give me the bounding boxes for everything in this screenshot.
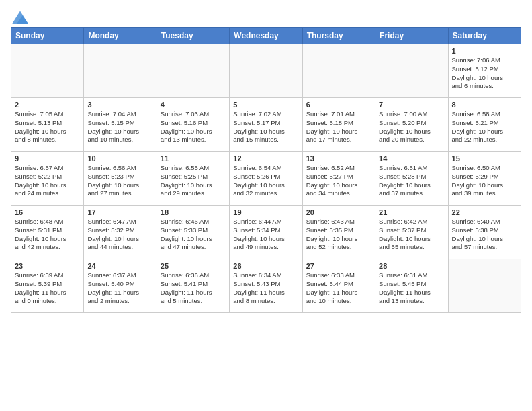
day-number: 10 <box>87 154 152 163</box>
day-number: 19 <box>233 208 298 216</box>
calendar-header-tuesday: Tuesday <box>157 28 229 44</box>
calendar-cell: 23Sunrise: 6:39 AM Sunset: 5:39 PM Dayli… <box>11 259 84 313</box>
calendar-table: SundayMondayTuesdayWednesdayThursdayFrid… <box>11 27 521 313</box>
calendar-cell: 12Sunrise: 6:54 AM Sunset: 5:26 PM Dayli… <box>230 152 302 205</box>
calendar-week-0: 1Sunrise: 7:06 AM Sunset: 5:12 PM Daylig… <box>11 44 521 98</box>
header <box>11 11 521 21</box>
day-number: 24 <box>87 262 152 270</box>
calendar-cell: 22Sunrise: 6:40 AM Sunset: 5:38 PM Dayli… <box>448 205 521 259</box>
calendar-cell: 18Sunrise: 6:46 AM Sunset: 5:33 PM Dayli… <box>157 205 229 259</box>
calendar-cell: 6Sunrise: 7:01 AM Sunset: 5:18 PM Daylig… <box>302 98 375 152</box>
day-info: Sunrise: 6:39 AM Sunset: 5:39 PM Dayligh… <box>15 271 80 306</box>
calendar-cell <box>302 44 375 98</box>
day-number: 25 <box>161 262 226 270</box>
calendar-cell: 25Sunrise: 6:36 AM Sunset: 5:41 PM Dayli… <box>157 259 229 313</box>
day-info: Sunrise: 7:00 AM Sunset: 5:20 PM Dayligh… <box>379 110 444 144</box>
calendar-cell: 28Sunrise: 6:31 AM Sunset: 5:45 PM Dayli… <box>375 259 448 313</box>
day-number: 5 <box>233 101 298 109</box>
calendar-cell: 1Sunrise: 7:06 AM Sunset: 5:12 PM Daylig… <box>448 44 521 98</box>
calendar-cell: 9Sunrise: 6:57 AM Sunset: 5:22 PM Daylig… <box>11 152 84 205</box>
day-number: 16 <box>15 208 80 216</box>
calendar-cell: 5Sunrise: 7:02 AM Sunset: 5:17 PM Daylig… <box>230 98 302 152</box>
calendar-week-4: 23Sunrise: 6:39 AM Sunset: 5:39 PM Dayli… <box>11 259 521 313</box>
day-info: Sunrise: 7:03 AM Sunset: 5:16 PM Dayligh… <box>161 110 226 144</box>
day-number: 4 <box>161 101 226 109</box>
calendar-cell: 8Sunrise: 6:58 AM Sunset: 5:21 PM Daylig… <box>448 98 521 152</box>
day-info: Sunrise: 6:48 AM Sunset: 5:31 PM Dayligh… <box>15 218 80 252</box>
calendar-cell: 13Sunrise: 6:52 AM Sunset: 5:27 PM Dayli… <box>302 152 375 205</box>
day-number: 28 <box>379 262 444 270</box>
calendar-cell: 10Sunrise: 6:56 AM Sunset: 5:23 PM Dayli… <box>84 152 157 205</box>
calendar-cell: 2Sunrise: 7:05 AM Sunset: 5:13 PM Daylig… <box>11 98 84 152</box>
day-number: 1 <box>452 47 517 55</box>
day-number: 18 <box>161 208 226 216</box>
day-info: Sunrise: 7:04 AM Sunset: 5:15 PM Dayligh… <box>87 110 152 144</box>
day-number: 3 <box>87 101 152 109</box>
calendar-cell: 27Sunrise: 6:33 AM Sunset: 5:44 PM Dayli… <box>302 259 375 313</box>
calendar-week-2: 9Sunrise: 6:57 AM Sunset: 5:22 PM Daylig… <box>11 152 521 205</box>
day-number: 23 <box>15 262 80 270</box>
day-info: Sunrise: 7:05 AM Sunset: 5:13 PM Dayligh… <box>15 110 80 144</box>
day-number: 22 <box>452 208 517 216</box>
day-number: 14 <box>379 154 444 163</box>
calendar-cell: 11Sunrise: 6:55 AM Sunset: 5:25 PM Dayli… <box>157 152 229 205</box>
calendar-cell: 17Sunrise: 6:47 AM Sunset: 5:32 PM Dayli… <box>84 205 157 259</box>
day-info: Sunrise: 6:55 AM Sunset: 5:25 PM Dayligh… <box>161 164 226 198</box>
day-number: 13 <box>306 154 371 163</box>
day-info: Sunrise: 7:02 AM Sunset: 5:17 PM Dayligh… <box>233 110 298 144</box>
calendar-cell: 3Sunrise: 7:04 AM Sunset: 5:15 PM Daylig… <box>84 98 157 152</box>
day-number: 12 <box>233 154 298 163</box>
day-info: Sunrise: 6:33 AM Sunset: 5:44 PM Dayligh… <box>306 271 371 306</box>
page-container: SundayMondayTuesdayWednesdayThursdayFrid… <box>0 0 532 318</box>
calendar-header-saturday: Saturday <box>448 28 521 44</box>
calendar-cell: 24Sunrise: 6:37 AM Sunset: 5:40 PM Dayli… <box>84 259 157 313</box>
calendar-cell <box>84 44 157 98</box>
day-number: 11 <box>161 154 226 163</box>
day-info: Sunrise: 6:51 AM Sunset: 5:28 PM Dayligh… <box>379 164 444 198</box>
day-number: 26 <box>233 262 298 270</box>
calendar-cell: 15Sunrise: 6:50 AM Sunset: 5:29 PM Dayli… <box>448 152 521 205</box>
calendar-header-wednesday: Wednesday <box>230 28 302 44</box>
day-number: 27 <box>306 262 371 270</box>
day-number: 8 <box>452 101 517 109</box>
day-info: Sunrise: 6:36 AM Sunset: 5:41 PM Dayligh… <box>161 271 226 306</box>
calendar-cell <box>375 44 448 98</box>
calendar-cell <box>11 44 84 98</box>
day-number: 20 <box>306 208 371 216</box>
calendar-cell: 7Sunrise: 7:00 AM Sunset: 5:20 PM Daylig… <box>375 98 448 152</box>
day-info: Sunrise: 7:06 AM Sunset: 5:12 PM Dayligh… <box>452 56 517 91</box>
calendar-header-row: SundayMondayTuesdayWednesdayThursdayFrid… <box>11 28 521 44</box>
calendar-cell <box>157 44 229 98</box>
day-info: Sunrise: 6:50 AM Sunset: 5:29 PM Dayligh… <box>452 164 517 198</box>
calendar-week-1: 2Sunrise: 7:05 AM Sunset: 5:13 PM Daylig… <box>11 98 521 152</box>
logo-icon <box>12 11 28 24</box>
day-info: Sunrise: 6:58 AM Sunset: 5:21 PM Dayligh… <box>452 110 517 144</box>
calendar-header-sunday: Sunday <box>11 28 84 44</box>
day-info: Sunrise: 6:34 AM Sunset: 5:43 PM Dayligh… <box>233 271 298 306</box>
calendar-cell: 14Sunrise: 6:51 AM Sunset: 5:28 PM Dayli… <box>375 152 448 205</box>
day-info: Sunrise: 6:42 AM Sunset: 5:37 PM Dayligh… <box>379 218 444 252</box>
day-info: Sunrise: 6:46 AM Sunset: 5:33 PM Dayligh… <box>161 218 226 252</box>
calendar-header-friday: Friday <box>375 28 448 44</box>
day-info: Sunrise: 6:37 AM Sunset: 5:40 PM Dayligh… <box>87 271 152 306</box>
day-number: 15 <box>452 154 517 163</box>
calendar-cell: 21Sunrise: 6:42 AM Sunset: 5:37 PM Dayli… <box>375 205 448 259</box>
day-number: 7 <box>379 101 444 109</box>
calendar-header-thursday: Thursday <box>302 28 375 44</box>
calendar-cell: 19Sunrise: 6:44 AM Sunset: 5:34 PM Dayli… <box>230 205 302 259</box>
calendar-cell: 26Sunrise: 6:34 AM Sunset: 5:43 PM Dayli… <box>230 259 302 313</box>
calendar-cell <box>230 44 302 98</box>
calendar-cell: 4Sunrise: 7:03 AM Sunset: 5:16 PM Daylig… <box>157 98 229 152</box>
day-info: Sunrise: 6:54 AM Sunset: 5:26 PM Dayligh… <box>233 164 298 198</box>
day-number: 6 <box>306 101 371 109</box>
day-number: 9 <box>15 154 80 163</box>
calendar-cell: 16Sunrise: 6:48 AM Sunset: 5:31 PM Dayli… <box>11 205 84 259</box>
day-info: Sunrise: 6:56 AM Sunset: 5:23 PM Dayligh… <box>87 164 152 198</box>
day-info: Sunrise: 6:52 AM Sunset: 5:27 PM Dayligh… <box>306 164 371 198</box>
day-info: Sunrise: 6:57 AM Sunset: 5:22 PM Dayligh… <box>15 164 80 198</box>
logo <box>11 11 28 21</box>
calendar-week-3: 16Sunrise: 6:48 AM Sunset: 5:31 PM Dayli… <box>11 205 521 259</box>
calendar-cell <box>448 259 521 313</box>
day-info: Sunrise: 6:43 AM Sunset: 5:35 PM Dayligh… <box>306 218 371 252</box>
calendar-header-monday: Monday <box>84 28 157 44</box>
